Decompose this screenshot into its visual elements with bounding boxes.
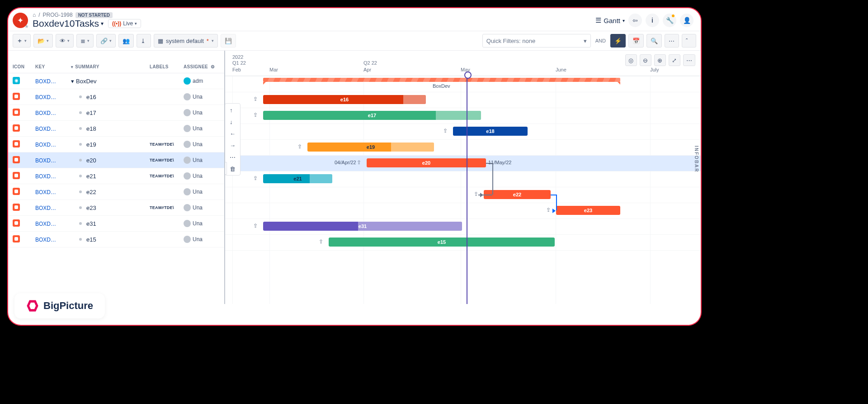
assignee-cell[interactable]: Una: [184, 188, 211, 195]
issue-key[interactable]: BOXD…: [35, 189, 56, 195]
gantt-bar-e23[interactable]: e23: [556, 206, 620, 215]
info-icon[interactable]: i: [646, 14, 659, 27]
uplift-icon[interactable]: ⇪: [443, 128, 448, 134]
issue-key[interactable]: BOXD…: [35, 110, 56, 116]
assignee-cell[interactable]: Una: [184, 93, 211, 100]
issue-key[interactable]: BOXD…: [35, 78, 56, 85]
calendar-button[interactable]: 📅: [628, 34, 644, 48]
nav-up-button[interactable]: ↑: [226, 105, 239, 115]
add-button[interactable]: ＋▾: [13, 34, 31, 48]
uplift-icon[interactable]: ⇪: [253, 112, 258, 118]
summary-text: e21: [86, 173, 96, 180]
uplift-icon[interactable]: ⇪: [253, 96, 258, 102]
table-row[interactable]: BOXD…e18Una: [8, 121, 224, 137]
zoom-in-button[interactable]: ⊕: [654, 54, 666, 66]
gantt-bar-e15[interactable]: e15: [329, 238, 555, 247]
assignee-cell[interactable]: Una: [184, 125, 211, 132]
timeline-more-button[interactable]: ⋯: [683, 54, 695, 66]
share-icon[interactable]: ⇦: [628, 14, 642, 27]
table-row[interactable]: BOXD…e16Una: [8, 89, 224, 105]
center-today-button[interactable]: ◎: [625, 54, 637, 66]
uplift-icon[interactable]: ⇪: [357, 159, 361, 166]
issue-key[interactable]: BOXD…: [35, 173, 56, 180]
assignee-cell[interactable]: Una: [184, 204, 211, 211]
quick-filters[interactable]: Quick Filters: none▾: [482, 34, 591, 48]
assignee-cell[interactable]: Una: [184, 141, 211, 148]
nav-down-button[interactable]: ↓: [226, 116, 239, 127]
home-icon[interactable]: ⌂: [33, 12, 36, 18]
assignee-cell[interactable]: Una: [184, 220, 211, 227]
issue-type-icon: [13, 77, 20, 84]
visibility-button[interactable]: 👁▾: [56, 34, 74, 48]
gantt-bar-e22[interactable]: e22: [484, 190, 551, 199]
nav-left-button[interactable]: ←: [226, 128, 239, 139]
link-button[interactable]: 🔗▾: [96, 34, 116, 48]
chevron-down-icon[interactable]: ▾: [71, 78, 74, 85]
summary-text: e17: [86, 109, 96, 116]
collapse-button[interactable]: ˆ: [682, 34, 696, 48]
issue-key[interactable]: BOXD…: [35, 237, 56, 243]
table-row[interactable]: BOXD…▾BoxDevadm: [8, 73, 224, 89]
gantt-bar-e17[interactable]: e17: [263, 111, 481, 120]
table-row[interactable]: BOXD…e20TEAM#TDE\Una: [8, 152, 224, 168]
table-row[interactable]: BOXD…e31Una: [8, 216, 224, 232]
gear-icon[interactable]: ⚙: [211, 64, 220, 69]
wrench-icon[interactable]: 🔧: [663, 14, 676, 27]
issue-key[interactable]: BOXD…: [35, 126, 56, 132]
page-title[interactable]: Boxdev10Tasks▾: [33, 18, 104, 29]
app-logo[interactable]: ✦: [13, 13, 28, 28]
table-row[interactable]: BOXD…e23TEAM#TDE\Una: [8, 200, 224, 216]
zoom-out-button[interactable]: ⊖: [640, 54, 651, 66]
assignee-cell[interactable]: Una: [184, 157, 211, 164]
uplift-icon[interactable]: ⇪: [546, 207, 551, 213]
uplift-icon[interactable]: ⇪: [474, 191, 478, 197]
panel-collapse-button[interactable]: ‹: [225, 162, 227, 175]
assignee-cell[interactable]: Una: [184, 172, 211, 180]
live-toggle[interactable]: ((•))Live▾: [108, 19, 141, 28]
toolbar: ＋▾ 📂▾ 👁▾ ≣▾ 🔗▾ 👥 ⤓ ▦ system default*▾ 💾 …: [8, 31, 701, 51]
summary-text: e18: [86, 125, 96, 132]
table-row[interactable]: BOXD…e19TEAM#TDE\Una: [8, 137, 224, 152]
uplift-icon[interactable]: ⇪: [319, 238, 323, 245]
issue-type-icon: [13, 156, 20, 163]
nav-delete-button[interactable]: 🗑: [226, 163, 239, 174]
search-button[interactable]: 🔍: [646, 34, 662, 48]
team-button[interactable]: 👥: [118, 34, 134, 48]
gantt-bar-e20[interactable]: e20: [367, 158, 486, 167]
folder-button[interactable]: 📂▾: [33, 34, 53, 48]
bolt-button[interactable]: ⚡: [610, 34, 626, 48]
issue-key[interactable]: BOXD…: [35, 221, 56, 227]
nav-more-button[interactable]: ⋯: [226, 152, 239, 162]
uplift-icon[interactable]: ⇪: [297, 143, 302, 150]
table-row[interactable]: BOXD…e15Una: [8, 232, 224, 247]
group-button[interactable]: ≣▾: [76, 34, 94, 48]
user-icon[interactable]: 👤: [680, 14, 693, 27]
table-row[interactable]: BOXD…e17Una: [8, 105, 224, 121]
gantt-bar-e31[interactable]: e31: [263, 222, 462, 231]
assignee-cell[interactable]: Una: [184, 236, 211, 243]
gantt-bar-e18[interactable]: e18: [453, 127, 528, 136]
nav-right-button[interactable]: →: [226, 140, 239, 151]
assignee-cell[interactable]: adm: [184, 77, 211, 85]
gantt-bar-e16[interactable]: e16: [263, 95, 426, 104]
issue-key[interactable]: BOXD…: [35, 94, 56, 100]
issue-key[interactable]: BOXD…: [35, 142, 56, 148]
table-row[interactable]: BOXD…e21TEAM#TDE\Una: [8, 168, 224, 184]
issue-key[interactable]: BOXD…: [35, 205, 56, 211]
fit-button[interactable]: ⤢: [669, 54, 680, 66]
more-button[interactable]: ⋯: [665, 34, 679, 48]
gantt-bar-e21[interactable]: e21: [263, 174, 332, 183]
export-button[interactable]: ⤓: [137, 34, 151, 48]
breadcrumb-project[interactable]: PROG-1998: [43, 12, 73, 18]
issue-key[interactable]: BOXD…: [35, 157, 56, 164]
status-badge: NOT STARTED: [75, 12, 113, 18]
table-row[interactable]: BOXD…e22Una: [8, 184, 224, 200]
layout-select[interactable]: ▦ system default*▾: [154, 34, 218, 48]
gantt-parent-bar[interactable]: [263, 78, 620, 82]
assignee-cell[interactable]: Una: [184, 109, 211, 116]
gantt-bar-e19[interactable]: e19: [307, 143, 434, 152]
view-switcher[interactable]: ☰ Gantt▾: [595, 16, 625, 24]
infobar-tab[interactable]: INFOBAR: [692, 141, 701, 177]
uplift-icon[interactable]: ⇪: [253, 223, 258, 229]
uplift-icon[interactable]: ⇪: [253, 175, 258, 181]
